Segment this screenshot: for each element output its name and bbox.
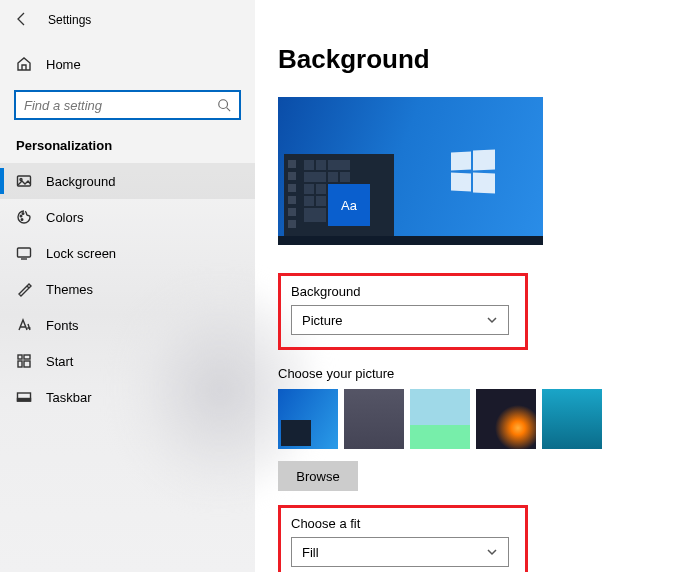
sidebar-item-label: Colors: [46, 210, 84, 225]
dropdown-value: Picture: [302, 313, 342, 328]
fonts-icon: [16, 317, 32, 333]
preview-sample-text: Aa: [328, 184, 370, 226]
sidebar-item-label: Lock screen: [46, 246, 116, 261]
browse-button[interactable]: Browse: [278, 461, 358, 491]
desktop-preview: Aa: [278, 97, 543, 245]
svg-rect-10: [24, 361, 30, 367]
sidebar-item-label: Taskbar: [46, 390, 92, 405]
chevron-down-icon: [486, 314, 498, 326]
taskbar-icon: [16, 389, 32, 405]
sidebar-item-label: Start: [46, 354, 73, 369]
sidebar-item-lockscreen[interactable]: Lock screen: [0, 235, 255, 271]
background-type-dropdown[interactable]: Picture: [291, 305, 509, 335]
svg-rect-12: [18, 399, 31, 402]
palette-icon: [16, 209, 32, 225]
sidebar-item-start[interactable]: Start: [0, 343, 255, 379]
choose-picture-section: Choose your picture Browse: [278, 366, 690, 491]
home-link[interactable]: Home: [0, 46, 255, 82]
picture-thumb-4[interactable]: [476, 389, 536, 449]
svg-point-5: [21, 219, 23, 221]
taskbar-preview: [278, 236, 543, 245]
sidebar-item-taskbar[interactable]: Taskbar: [0, 379, 255, 415]
page-title: Background: [278, 44, 690, 75]
chevron-down-icon: [486, 546, 498, 558]
choose-picture-label: Choose your picture: [278, 366, 690, 381]
search-container: [14, 90, 241, 120]
start-menu-preview: Aa: [284, 154, 394, 236]
svg-rect-8: [24, 355, 30, 359]
picture-thumb-1[interactable]: [278, 389, 338, 449]
search-input[interactable]: [14, 90, 241, 120]
choose-fit-label: Choose a fit: [291, 516, 515, 531]
titlebar: Settings: [0, 0, 255, 40]
sidebar-item-label: Background: [46, 174, 115, 189]
search-icon: [217, 98, 231, 112]
dropdown-value: Fill: [302, 545, 319, 560]
fit-dropdown[interactable]: Fill: [291, 537, 509, 567]
picture-icon: [16, 173, 32, 189]
sidebar-item-label: Themes: [46, 282, 93, 297]
home-icon: [16, 56, 32, 72]
sidebar-item-themes[interactable]: Themes: [0, 271, 255, 307]
sidebar-item-colors[interactable]: Colors: [0, 199, 255, 235]
svg-point-3: [20, 215, 22, 217]
svg-rect-9: [18, 361, 22, 367]
highlight-fit-setting: Choose a fit Fill: [278, 505, 528, 572]
search-field[interactable]: [24, 98, 217, 113]
svg-rect-6: [18, 248, 31, 257]
picture-thumbnails: [278, 389, 690, 449]
picture-thumb-2[interactable]: [344, 389, 404, 449]
picture-thumb-5[interactable]: [542, 389, 602, 449]
sidebar-item-fonts[interactable]: Fonts: [0, 307, 255, 343]
background-label: Background: [291, 284, 515, 299]
themes-icon: [16, 281, 32, 297]
home-label: Home: [46, 57, 81, 72]
start-icon: [16, 353, 32, 369]
sidebar-item-label: Fonts: [46, 318, 79, 333]
app-title: Settings: [48, 13, 91, 27]
lockscreen-icon: [16, 245, 32, 261]
windows-logo-icon: [451, 149, 495, 193]
svg-point-4: [22, 213, 24, 215]
svg-point-2: [20, 179, 22, 181]
picture-thumb-3[interactable]: [410, 389, 470, 449]
section-title: Personalization: [0, 120, 255, 163]
svg-point-0: [219, 100, 228, 109]
back-button[interactable]: [14, 11, 30, 30]
sidebar-item-background[interactable]: Background: [0, 163, 255, 199]
svg-rect-7: [18, 355, 22, 359]
highlight-background-setting: Background Picture: [278, 273, 528, 350]
content-area: Background Aa: [278, 0, 690, 572]
sidebar: Settings Home Personalization Background…: [0, 0, 255, 572]
